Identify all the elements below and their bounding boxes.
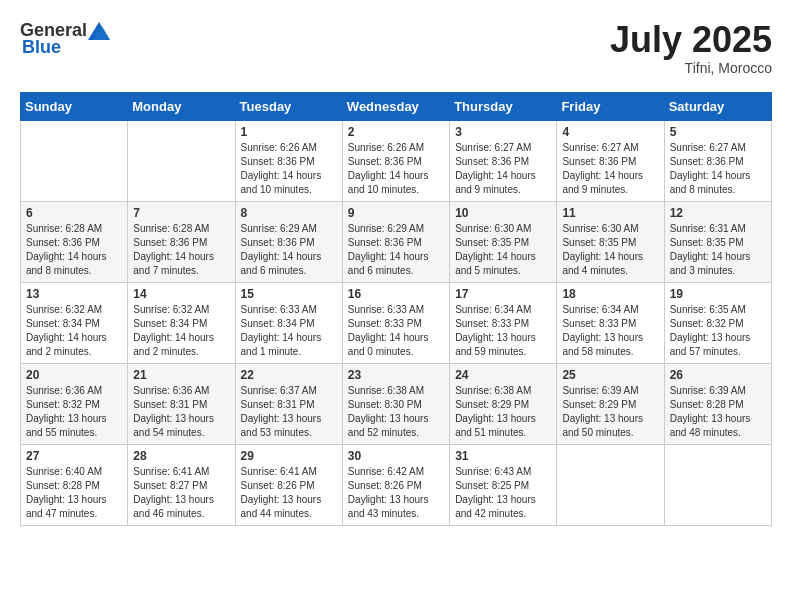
day-info: Sunrise: 6:31 AMSunset: 8:35 PMDaylight:… <box>670 222 766 278</box>
calendar-cell: 2Sunrise: 6:26 AMSunset: 8:36 PMDaylight… <box>342 120 449 201</box>
calendar-cell: 17Sunrise: 6:34 AMSunset: 8:33 PMDayligh… <box>450 282 557 363</box>
day-info: Sunrise: 6:30 AMSunset: 8:35 PMDaylight:… <box>562 222 658 278</box>
day-info: Sunrise: 6:34 AMSunset: 8:33 PMDaylight:… <box>562 303 658 359</box>
day-info: Sunrise: 6:37 AMSunset: 8:31 PMDaylight:… <box>241 384 337 440</box>
day-number: 15 <box>241 287 337 301</box>
month-year-title: July 2025 <box>610 20 772 60</box>
day-info: Sunrise: 6:26 AMSunset: 8:36 PMDaylight:… <box>241 141 337 197</box>
day-info: Sunrise: 6:41 AMSunset: 8:26 PMDaylight:… <box>241 465 337 521</box>
weekday-header-thursday: Thursday <box>450 92 557 120</box>
calendar-cell: 14Sunrise: 6:32 AMSunset: 8:34 PMDayligh… <box>128 282 235 363</box>
calendar-cell: 19Sunrise: 6:35 AMSunset: 8:32 PMDayligh… <box>664 282 771 363</box>
title-block: July 2025 Tifni, Morocco <box>610 20 772 76</box>
day-info: Sunrise: 6:42 AMSunset: 8:26 PMDaylight:… <box>348 465 444 521</box>
calendar-week-row: 6Sunrise: 6:28 AMSunset: 8:36 PMDaylight… <box>21 201 772 282</box>
calendar-cell: 22Sunrise: 6:37 AMSunset: 8:31 PMDayligh… <box>235 363 342 444</box>
calendar-cell <box>21 120 128 201</box>
calendar-cell: 18Sunrise: 6:34 AMSunset: 8:33 PMDayligh… <box>557 282 664 363</box>
day-number: 2 <box>348 125 444 139</box>
calendar-cell: 7Sunrise: 6:28 AMSunset: 8:36 PMDaylight… <box>128 201 235 282</box>
calendar-cell: 13Sunrise: 6:32 AMSunset: 8:34 PMDayligh… <box>21 282 128 363</box>
day-number: 16 <box>348 287 444 301</box>
day-number: 6 <box>26 206 122 220</box>
calendar-cell: 31Sunrise: 6:43 AMSunset: 8:25 PMDayligh… <box>450 444 557 525</box>
calendar-cell: 27Sunrise: 6:40 AMSunset: 8:28 PMDayligh… <box>21 444 128 525</box>
day-number: 23 <box>348 368 444 382</box>
day-info: Sunrise: 6:39 AMSunset: 8:29 PMDaylight:… <box>562 384 658 440</box>
calendar-cell: 15Sunrise: 6:33 AMSunset: 8:34 PMDayligh… <box>235 282 342 363</box>
day-number: 28 <box>133 449 229 463</box>
weekday-header-tuesday: Tuesday <box>235 92 342 120</box>
day-info: Sunrise: 6:36 AMSunset: 8:32 PMDaylight:… <box>26 384 122 440</box>
day-number: 24 <box>455 368 551 382</box>
day-info: Sunrise: 6:33 AMSunset: 8:33 PMDaylight:… <box>348 303 444 359</box>
calendar-cell: 4Sunrise: 6:27 AMSunset: 8:36 PMDaylight… <box>557 120 664 201</box>
location-subtitle: Tifni, Morocco <box>610 60 772 76</box>
day-number: 26 <box>670 368 766 382</box>
day-number: 3 <box>455 125 551 139</box>
calendar-cell: 9Sunrise: 6:29 AMSunset: 8:36 PMDaylight… <box>342 201 449 282</box>
weekday-header-monday: Monday <box>128 92 235 120</box>
day-info: Sunrise: 6:30 AMSunset: 8:35 PMDaylight:… <box>455 222 551 278</box>
weekday-header-saturday: Saturday <box>664 92 771 120</box>
day-info: Sunrise: 6:29 AMSunset: 8:36 PMDaylight:… <box>241 222 337 278</box>
calendar-cell: 30Sunrise: 6:42 AMSunset: 8:26 PMDayligh… <box>342 444 449 525</box>
day-info: Sunrise: 6:34 AMSunset: 8:33 PMDaylight:… <box>455 303 551 359</box>
day-number: 21 <box>133 368 229 382</box>
calendar-week-row: 13Sunrise: 6:32 AMSunset: 8:34 PMDayligh… <box>21 282 772 363</box>
day-info: Sunrise: 6:27 AMSunset: 8:36 PMDaylight:… <box>455 141 551 197</box>
logo-blue-text: Blue <box>22 37 61 58</box>
logo-icon <box>88 22 110 40</box>
day-info: Sunrise: 6:38 AMSunset: 8:29 PMDaylight:… <box>455 384 551 440</box>
day-info: Sunrise: 6:40 AMSunset: 8:28 PMDaylight:… <box>26 465 122 521</box>
calendar-cell: 26Sunrise: 6:39 AMSunset: 8:28 PMDayligh… <box>664 363 771 444</box>
calendar-cell <box>128 120 235 201</box>
day-info: Sunrise: 6:29 AMSunset: 8:36 PMDaylight:… <box>348 222 444 278</box>
calendar-cell: 23Sunrise: 6:38 AMSunset: 8:30 PMDayligh… <box>342 363 449 444</box>
day-number: 14 <box>133 287 229 301</box>
calendar-week-row: 27Sunrise: 6:40 AMSunset: 8:28 PMDayligh… <box>21 444 772 525</box>
calendar-cell: 10Sunrise: 6:30 AMSunset: 8:35 PMDayligh… <box>450 201 557 282</box>
page-header: General Blue July 2025 Tifni, Morocco <box>20 20 772 76</box>
day-number: 20 <box>26 368 122 382</box>
day-info: Sunrise: 6:28 AMSunset: 8:36 PMDaylight:… <box>26 222 122 278</box>
calendar-cell <box>664 444 771 525</box>
day-number: 12 <box>670 206 766 220</box>
day-info: Sunrise: 6:32 AMSunset: 8:34 PMDaylight:… <box>26 303 122 359</box>
calendar-cell: 8Sunrise: 6:29 AMSunset: 8:36 PMDaylight… <box>235 201 342 282</box>
day-number: 29 <box>241 449 337 463</box>
day-info: Sunrise: 6:27 AMSunset: 8:36 PMDaylight:… <box>562 141 658 197</box>
weekday-header-sunday: Sunday <box>21 92 128 120</box>
calendar-cell: 12Sunrise: 6:31 AMSunset: 8:35 PMDayligh… <box>664 201 771 282</box>
calendar-week-row: 20Sunrise: 6:36 AMSunset: 8:32 PMDayligh… <box>21 363 772 444</box>
calendar-cell: 16Sunrise: 6:33 AMSunset: 8:33 PMDayligh… <box>342 282 449 363</box>
weekday-header-friday: Friday <box>557 92 664 120</box>
calendar-cell: 5Sunrise: 6:27 AMSunset: 8:36 PMDaylight… <box>664 120 771 201</box>
calendar-cell: 24Sunrise: 6:38 AMSunset: 8:29 PMDayligh… <box>450 363 557 444</box>
calendar-cell: 29Sunrise: 6:41 AMSunset: 8:26 PMDayligh… <box>235 444 342 525</box>
day-info: Sunrise: 6:33 AMSunset: 8:34 PMDaylight:… <box>241 303 337 359</box>
day-number: 31 <box>455 449 551 463</box>
day-info: Sunrise: 6:39 AMSunset: 8:28 PMDaylight:… <box>670 384 766 440</box>
day-info: Sunrise: 6:26 AMSunset: 8:36 PMDaylight:… <box>348 141 444 197</box>
weekday-header-wednesday: Wednesday <box>342 92 449 120</box>
calendar-cell: 1Sunrise: 6:26 AMSunset: 8:36 PMDaylight… <box>235 120 342 201</box>
day-number: 22 <box>241 368 337 382</box>
day-info: Sunrise: 6:36 AMSunset: 8:31 PMDaylight:… <box>133 384 229 440</box>
day-number: 19 <box>670 287 766 301</box>
calendar-cell: 6Sunrise: 6:28 AMSunset: 8:36 PMDaylight… <box>21 201 128 282</box>
day-number: 7 <box>133 206 229 220</box>
day-number: 13 <box>26 287 122 301</box>
day-number: 18 <box>562 287 658 301</box>
day-number: 17 <box>455 287 551 301</box>
day-number: 8 <box>241 206 337 220</box>
day-info: Sunrise: 6:28 AMSunset: 8:36 PMDaylight:… <box>133 222 229 278</box>
calendar-cell: 3Sunrise: 6:27 AMSunset: 8:36 PMDaylight… <box>450 120 557 201</box>
day-info: Sunrise: 6:38 AMSunset: 8:30 PMDaylight:… <box>348 384 444 440</box>
calendar-cell <box>557 444 664 525</box>
day-info: Sunrise: 6:41 AMSunset: 8:27 PMDaylight:… <box>133 465 229 521</box>
day-number: 10 <box>455 206 551 220</box>
day-info: Sunrise: 6:43 AMSunset: 8:25 PMDaylight:… <box>455 465 551 521</box>
day-number: 9 <box>348 206 444 220</box>
calendar-cell: 21Sunrise: 6:36 AMSunset: 8:31 PMDayligh… <box>128 363 235 444</box>
